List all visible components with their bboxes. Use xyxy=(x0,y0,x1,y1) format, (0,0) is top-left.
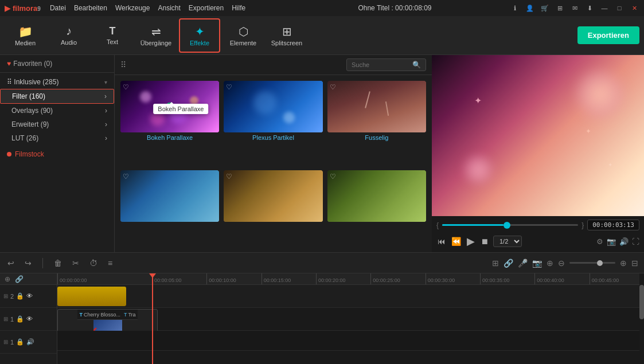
menu-hilfe[interactable]: Hilfe xyxy=(232,4,245,12)
add-track-button[interactable]: ⊕ xyxy=(5,275,10,283)
filmstock-section[interactable]: Filmstock xyxy=(0,147,114,161)
menu-bearbeiten[interactable]: Bearbeiten xyxy=(74,4,107,12)
menu-ansicht[interactable]: Ansicht xyxy=(158,4,180,12)
link-icon[interactable]: 🔗 xyxy=(504,259,513,268)
sidebar-item-erweitert[interactable]: Erweitert (9) › xyxy=(0,118,114,131)
ruler-30: 00:00:30:00 xyxy=(426,273,480,284)
preview-progress-bar[interactable] xyxy=(442,224,578,226)
inklusive-header[interactable]: ⠿ Inklusive (285) ▾ xyxy=(0,75,114,89)
preview-thumb[interactable] xyxy=(504,222,510,229)
track1-lock-icon[interactable]: 🔒 xyxy=(16,315,24,323)
download-icon[interactable]: ⬇ xyxy=(584,3,595,13)
mic-icon[interactable]: 🎤 xyxy=(518,259,528,268)
audio-icon: ♪ xyxy=(66,25,72,38)
sidebar-item-lut[interactable]: LUT (26) › xyxy=(0,131,114,145)
tracks-area: T Cherry Blosso... T Tra ✕ xyxy=(57,285,644,351)
step-back-button[interactable]: ⏪ xyxy=(450,236,462,247)
mail-icon[interactable]: ✉ xyxy=(569,3,580,13)
ruler-45: 00:00:45:00 xyxy=(590,273,644,284)
redo-button[interactable]: ↪ xyxy=(23,257,33,269)
effect-card-plexus[interactable]: ♡ Plexus Partikel xyxy=(224,81,322,166)
plexus-heart-icon[interactable]: ♡ xyxy=(226,83,232,91)
undo-button[interactable]: ↩ xyxy=(6,257,16,269)
row2b-heart-icon[interactable]: ♡ xyxy=(226,173,232,181)
ruler-25: 00:00:25:00 xyxy=(370,273,425,284)
layout-icon[interactable]: ⊟ xyxy=(631,259,638,268)
track2-eye-icon[interactable]: 👁 xyxy=(26,292,33,300)
toolbar-medien[interactable]: 📁 Medien xyxy=(5,18,46,53)
volume-icon[interactable]: 🔊 xyxy=(619,237,629,246)
maximize-button[interactable]: □ xyxy=(614,3,625,13)
favorites-section[interactable]: ♥ Favoriten (0) xyxy=(0,55,114,73)
snap-icon[interactable]: ⊞ xyxy=(492,259,499,268)
add-track-icon[interactable]: ⊕ xyxy=(620,259,627,268)
bokeh-heart-icon[interactable]: ♡ xyxy=(123,83,129,91)
track2-lock-icon[interactable]: 🔒 xyxy=(16,292,24,300)
grid-icon[interactable]: ⊞ xyxy=(555,3,565,13)
playhead[interactable] xyxy=(152,273,153,364)
settings-icon[interactable]: ⚙ xyxy=(596,237,603,246)
fusselig-heart-icon[interactable]: ♡ xyxy=(330,83,336,91)
sidebar-item-filter[interactable]: Filter (160) › xyxy=(0,89,114,104)
bracket-left[interactable]: { xyxy=(436,221,439,229)
scrollbar-thumb[interactable] xyxy=(639,285,644,319)
clip-icon-t2: T xyxy=(124,312,127,318)
search-input[interactable] xyxy=(352,61,409,68)
menu-werkzeuge[interactable]: Werkzeuge xyxy=(115,4,150,12)
audio-lock-icon[interactable]: 🔒 xyxy=(16,338,24,346)
favorites-label: Favoriten (0) xyxy=(13,60,52,68)
cart-icon[interactable]: 🛒 xyxy=(540,3,550,13)
delete-button[interactable]: 🗑 xyxy=(52,257,64,269)
plus-icon[interactable]: ⊕ xyxy=(547,259,553,268)
track1-eye-icon[interactable]: 👁 xyxy=(26,315,33,323)
track1-label: 1 xyxy=(10,316,14,323)
vertical-scrollbar[interactable] xyxy=(639,273,644,364)
user-icon[interactable]: 👤 xyxy=(525,3,535,13)
timer-button[interactable]: ⏱ xyxy=(88,257,99,269)
timeline-content: ⊕ 🔗 ⊞ 2 🔒 👁 ⊞ 1 🔒 👁 ⊞ xyxy=(0,273,644,364)
info-icon[interactable]: ℹ xyxy=(510,3,520,13)
skip-back-button[interactable]: ⏮ xyxy=(436,236,447,247)
camera2-icon[interactable]: 📷 xyxy=(532,259,542,268)
menu-exportieren[interactable]: Exportieren xyxy=(189,4,224,12)
effect-card-row2a[interactable]: ♡ xyxy=(120,170,219,246)
export-button[interactable]: Exportieren xyxy=(577,26,639,44)
speed-select[interactable]: 1/2 1/1 2x xyxy=(493,236,522,247)
toolbar-elemente[interactable]: ⬡ Elemente xyxy=(223,18,264,53)
grid-view-icon[interactable]: ⠿ xyxy=(120,60,126,69)
zoom-thumb[interactable] xyxy=(597,260,603,266)
audio-mute-icon[interactable]: 🔊 xyxy=(26,338,34,346)
menu-datei[interactable]: Datei xyxy=(50,4,66,12)
toolbar-text[interactable]: T Text xyxy=(92,18,133,53)
effect-card-row2b[interactable]: ♡ xyxy=(224,170,322,246)
play-button[interactable]: ▶ xyxy=(466,234,476,249)
stop-button[interactable]: ⏹ xyxy=(479,236,490,247)
overlays-chevron: › xyxy=(105,107,107,115)
toolbar-splitscreen[interactable]: ⊞ Splitscreen xyxy=(266,18,307,53)
bracket-right[interactable]: } xyxy=(581,221,584,229)
effect-card-fusselig[interactable]: ♡ Fusselig xyxy=(327,81,426,166)
adjust-button[interactable]: ≡ xyxy=(106,257,114,269)
link-tracks-button[interactable]: 🔗 xyxy=(15,275,24,283)
effect-card-row2c[interactable]: ♡ xyxy=(327,170,426,246)
menu-bar: Datei Bearbeiten Werkzeuge Ansicht Expor… xyxy=(50,4,280,12)
row2c-heart-icon[interactable]: ♡ xyxy=(330,173,336,181)
camera-icon[interactable]: 📷 xyxy=(607,237,616,246)
cut-button[interactable]: ✂ xyxy=(71,257,81,269)
toolbar-effekte[interactable]: ✦ Effekte xyxy=(179,18,220,53)
effect-card-bokeh[interactable]: ♡ ⊕ Bokeh Parallaxe Bokeh Parallaxe xyxy=(120,81,219,166)
medien-label: Medien xyxy=(15,40,36,46)
zoom-slider[interactable] xyxy=(569,262,615,264)
toolbar-audio[interactable]: ♪ Audio xyxy=(48,18,89,53)
app-name: filmora9 xyxy=(13,4,41,13)
minus-icon[interactable]: ⊖ xyxy=(558,259,565,268)
fullscreen-icon[interactable]: ⛶ xyxy=(632,237,639,246)
yellow-clip[interactable] xyxy=(57,287,126,306)
close-button[interactable]: ✕ xyxy=(629,3,639,13)
minimize-button[interactable]: — xyxy=(599,3,610,13)
sidebar-item-overlays[interactable]: Overlays (90) › xyxy=(0,104,114,118)
toolbar-uebergaenge[interactable]: ⇌ Übergänge xyxy=(135,18,177,53)
clip-title2: Tra xyxy=(128,312,135,318)
inklusive-label: ⠿ Inklusive (285) xyxy=(7,78,58,86)
row2a-heart-icon[interactable]: ♡ xyxy=(123,173,129,181)
